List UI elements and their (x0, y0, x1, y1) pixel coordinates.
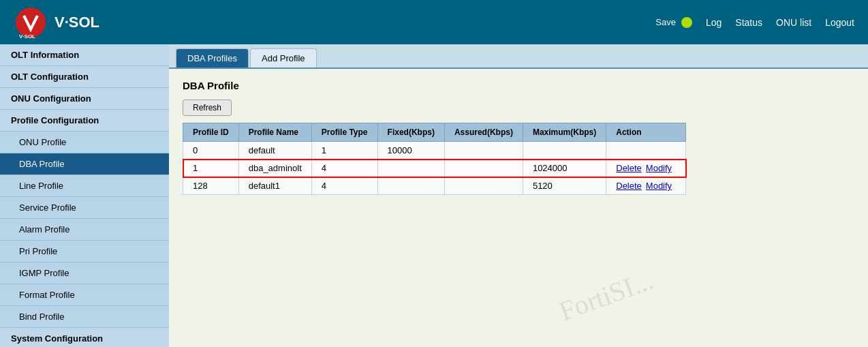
modify-link[interactable]: Modify (646, 181, 672, 191)
table-cell: dba_adminolt (238, 160, 311, 177)
table-row: 0default110000 (183, 142, 686, 160)
col-assured-kbps: Assured(Kbps) (444, 123, 523, 142)
action-cell: DeleteModify (606, 160, 686, 177)
table-header: Profile ID Profile Name Profile Type Fix… (183, 123, 686, 142)
table-cell (523, 142, 606, 160)
table-row: 1dba_adminolt41024000DeleteModify (183, 160, 686, 177)
watermark: FortiSI... (555, 264, 657, 327)
table-header-row: Profile ID Profile Name Profile Type Fix… (183, 123, 686, 142)
save-label: Save (655, 17, 676, 27)
sidebar-item-olt-configuration[interactable]: OLT Configuration (0, 66, 169, 88)
action-cell: DeleteModify (606, 177, 686, 195)
sidebar-item-alarm-profile[interactable]: Alarm Profile (0, 219, 169, 241)
content-body: DBA Profile Refresh FortiSI... Profile I… (169, 69, 868, 206)
col-fixed-kbps: Fixed(Kbps) (377, 123, 444, 142)
table-cell: 0 (183, 142, 239, 160)
sidebar: OLT Information OLT Configuration ONU Co… (0, 44, 169, 347)
brand-name: V·SOL (55, 14, 99, 31)
table-cell: default1 (238, 177, 311, 195)
table-cell: 4 (311, 160, 377, 177)
log-link[interactable]: Log (706, 17, 722, 28)
header-right: Save Log Status ONU list Logout (655, 17, 854, 28)
table-cell: 128 (183, 177, 239, 195)
sidebar-item-profile-configuration[interactable]: Profile Configuration (0, 110, 169, 132)
sidebar-item-igmp-profile[interactable]: IGMP Profile (0, 262, 169, 284)
sidebar-item-dba-profile[interactable]: DBA Profile (0, 153, 169, 175)
table-row: 128default145120DeleteModify (183, 177, 686, 195)
content-area: DBA Profiles Add Profile DBA Profile Ref… (169, 44, 868, 347)
refresh-button[interactable]: Refresh (183, 100, 232, 116)
table-cell (377, 160, 444, 177)
save-area: Save (655, 17, 692, 28)
col-profile-id: Profile ID (183, 123, 239, 142)
table-container: FortiSI... Profile ID Profile Name Profi… (183, 123, 854, 195)
col-maximum-kbps: Maximum(Kbps) (523, 123, 606, 142)
tab-dba-profiles[interactable]: DBA Profiles (176, 48, 249, 67)
action-cell (606, 142, 686, 160)
vsol-logo: V·SOL (14, 5, 48, 40)
tab-bar: DBA Profiles Add Profile (169, 44, 868, 69)
sidebar-item-system-configuration[interactable]: System Configuration (0, 328, 169, 347)
dba-profile-table: Profile ID Profile Name Profile Type Fix… (183, 123, 686, 195)
sidebar-item-format-profile[interactable]: Format Profile (0, 284, 169, 306)
main-layout: OLT Information OLT Configuration ONU Co… (0, 44, 868, 347)
status-dot (681, 17, 692, 28)
delete-link[interactable]: Delete (616, 181, 642, 191)
sidebar-item-service-profile[interactable]: Service Profile (0, 197, 169, 219)
delete-link[interactable]: Delete (616, 163, 642, 173)
modify-link[interactable]: Modify (646, 163, 672, 173)
svg-text:V·SOL: V·SOL (19, 33, 35, 40)
table-cell: 10000 (377, 142, 444, 160)
table-cell: 1024000 (523, 160, 606, 177)
table-cell (444, 160, 523, 177)
table-cell (444, 177, 523, 195)
sidebar-item-onu-profile[interactable]: ONU Profile (0, 132, 169, 153)
table-cell (444, 142, 523, 160)
table-cell: 1 (183, 160, 239, 177)
table-cell: 1 (311, 142, 377, 160)
col-profile-type: Profile Type (311, 123, 377, 142)
table-cell (377, 177, 444, 195)
col-action: Action (606, 123, 686, 142)
logo-area: V·SOL V·SOL (14, 5, 99, 40)
table-cell: 5120 (523, 177, 606, 195)
sidebar-item-olt-information[interactable]: OLT Information (0, 44, 169, 66)
tab-add-profile[interactable]: Add Profile (250, 48, 317, 67)
table-cell: 4 (311, 177, 377, 195)
table-cell: default (238, 142, 311, 160)
sidebar-item-pri-profile[interactable]: Pri Profile (0, 241, 169, 262)
col-profile-name: Profile Name (238, 123, 311, 142)
status-link[interactable]: Status (735, 17, 762, 28)
header: V·SOL V·SOL Save Log Status ONU list Log… (0, 0, 868, 44)
sidebar-item-onu-configuration[interactable]: ONU Configuration (0, 88, 169, 110)
sidebar-item-bind-profile[interactable]: Bind Profile (0, 306, 169, 328)
sidebar-item-line-profile[interactable]: Line Profile (0, 175, 169, 197)
onu-list-link[interactable]: ONU list (776, 17, 811, 28)
page-title: DBA Profile (183, 80, 854, 91)
table-body: 0default1100001dba_adminolt41024000Delet… (183, 142, 686, 195)
logout-link[interactable]: Logout (825, 17, 854, 28)
